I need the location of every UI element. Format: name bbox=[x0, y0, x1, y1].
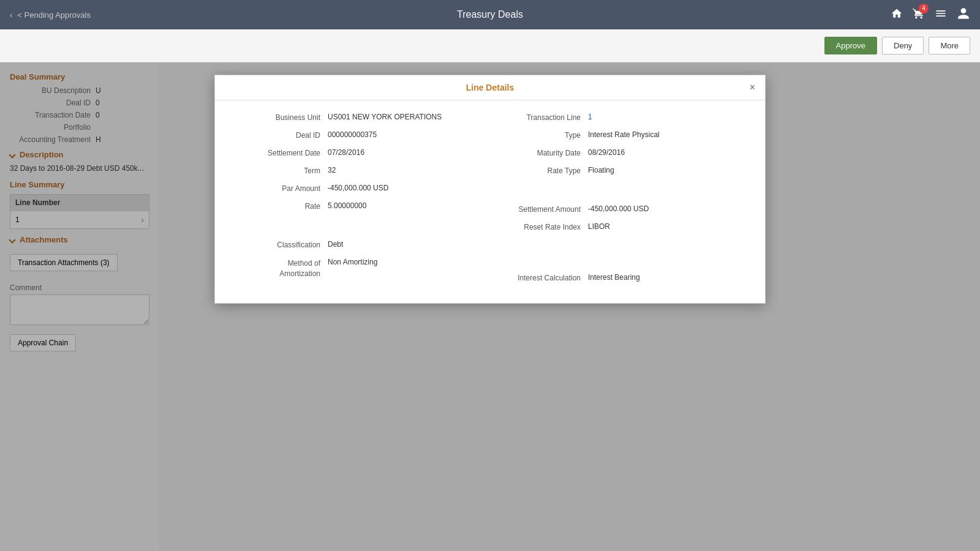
modal-field-transaction-line: Transaction Line 1 bbox=[490, 113, 750, 122]
type-label: Type bbox=[490, 130, 588, 140]
approve-button[interactable]: Approve bbox=[824, 37, 877, 54]
term-value: 32 bbox=[328, 166, 336, 174]
home-icon[interactable] bbox=[891, 7, 903, 23]
modal-overlay[interactable]: Line Details × Business Unit US001 NEW Y… bbox=[0, 62, 980, 551]
nav-bar: ‹ < Pending Approvals Treasury Deals 4 bbox=[0, 0, 980, 29]
modal-field-amortization: Method ofAmortization Non Amortizing bbox=[230, 258, 490, 279]
par-amount-value: -450,000.000 USD bbox=[328, 184, 388, 192]
modal-close-button[interactable]: × bbox=[750, 82, 755, 93]
classification-value: Debt bbox=[328, 240, 343, 249]
settlement-amount-label: Settlement Amount bbox=[490, 204, 588, 214]
modal-field-rate-type: Rate Type Floating bbox=[490, 166, 750, 175]
modal-field-settlement-amount: Settlement Amount -450,000.000 USD bbox=[490, 204, 750, 214]
reset-rate-index-label: Reset Rate Index bbox=[490, 222, 588, 231]
modal-field-spacer-3 bbox=[490, 240, 750, 264]
modal-field-term: Term 32 bbox=[230, 166, 490, 175]
line-details-modal: Line Details × Business Unit US001 NEW Y… bbox=[214, 75, 766, 304]
interest-calculation-value: Interest Bearing bbox=[588, 273, 640, 282]
classification-label: Classification bbox=[230, 240, 328, 249]
modal-title: Line Details bbox=[466, 83, 514, 92]
par-amount-label: Par Amount bbox=[230, 184, 328, 193]
back-label: < Pending Approvals bbox=[17, 10, 91, 20]
modal-field-deal-id: Deal ID 000000000375 bbox=[230, 130, 490, 140]
modal-body: Business Unit US001 NEW YORK OPERATIONS … bbox=[215, 100, 765, 303]
settlement-amount-value: -450,000.000 USD bbox=[588, 204, 649, 213]
amortization-value: Non Amortizing bbox=[328, 258, 377, 266]
modal-field-par-amount: Par Amount -450,000.000 USD bbox=[230, 184, 490, 193]
modal-header: Line Details × bbox=[215, 75, 765, 100]
modal-deal-id-value: 000000000375 bbox=[328, 130, 377, 139]
modal-field-type: Type Interest Rate Physical bbox=[490, 130, 750, 140]
modal-field-maturity-date: Maturity Date 08/29/2016 bbox=[490, 148, 750, 157]
deny-button[interactable]: Deny bbox=[882, 37, 924, 54]
menu-icon[interactable] bbox=[935, 7, 947, 23]
back-button[interactable]: ‹ < Pending Approvals bbox=[10, 10, 91, 20]
nav-right-icons: 4 bbox=[891, 7, 970, 23]
user-icon[interactable] bbox=[957, 7, 970, 23]
modal-field-settlement-date: Settlement Date 07/28/2016 bbox=[230, 148, 490, 157]
modal-left-column: Business Unit US001 NEW YORK OPERATIONS … bbox=[230, 113, 490, 291]
modal-deal-id-label: Deal ID bbox=[230, 130, 328, 140]
modal-field-classification: Classification Debt bbox=[230, 240, 490, 249]
modal-field-spacer-1 bbox=[230, 219, 490, 231]
modal-field-reset-rate-index: Reset Rate Index LIBOR bbox=[490, 222, 750, 231]
more-button[interactable]: More bbox=[929, 37, 970, 54]
cart-badge: 4 bbox=[919, 4, 929, 13]
rate-value: 5.00000000 bbox=[328, 201, 366, 210]
reset-rate-index-value: LIBOR bbox=[588, 222, 610, 231]
cart-icon[interactable]: 4 bbox=[913, 7, 925, 23]
modal-field-business-unit: Business Unit US001 NEW YORK OPERATIONS bbox=[230, 113, 490, 122]
settlement-date-label: Settlement Date bbox=[230, 148, 328, 157]
maturity-date-label: Maturity Date bbox=[490, 148, 588, 157]
modal-right-column: Transaction Line 1 Type Interest Rate Ph… bbox=[490, 113, 750, 291]
transaction-line-label: Transaction Line bbox=[490, 113, 588, 122]
chevron-left-icon: ‹ bbox=[10, 10, 12, 20]
maturity-date-value: 08/29/2016 bbox=[588, 148, 625, 157]
page-title: Treasury Deals bbox=[457, 9, 523, 20]
business-unit-value: US001 NEW YORK OPERATIONS bbox=[328, 113, 442, 121]
modal-field-rate: Rate 5.00000000 bbox=[230, 201, 490, 211]
toolbar: Approve Deny More bbox=[0, 29, 980, 62]
type-value: Interest Rate Physical bbox=[588, 130, 660, 139]
main-content: Deal Summary BU Description U Deal ID 0 … bbox=[0, 62, 980, 551]
rate-type-label: Rate Type bbox=[490, 166, 588, 175]
rate-type-value: Floating bbox=[588, 166, 614, 174]
settlement-date-value: 07/28/2016 bbox=[328, 148, 364, 157]
modal-field-spacer-2 bbox=[490, 184, 750, 196]
transaction-line-value[interactable]: 1 bbox=[588, 113, 592, 121]
interest-calculation-label: Interest Calculation bbox=[490, 273, 588, 282]
modal-field-interest-calculation: Interest Calculation Interest Bearing bbox=[490, 273, 750, 282]
term-label: Term bbox=[230, 166, 328, 175]
amortization-label: Method ofAmortization bbox=[230, 258, 328, 279]
business-unit-label: Business Unit bbox=[230, 113, 328, 122]
rate-label: Rate bbox=[230, 201, 328, 211]
